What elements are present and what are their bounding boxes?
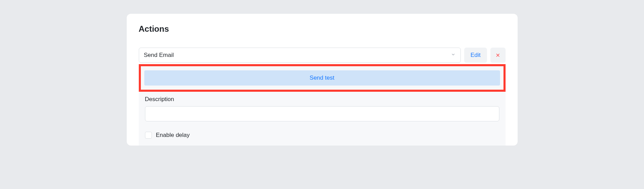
chevron-down-icon bbox=[451, 52, 456, 59]
enable-delay-row: Enable delay bbox=[145, 132, 499, 139]
remove-button[interactable]: ✕ bbox=[490, 48, 506, 63]
enable-delay-checkbox[interactable] bbox=[145, 132, 152, 139]
action-type-selected-label: Send Email bbox=[144, 52, 174, 59]
enable-delay-label: Enable delay bbox=[156, 132, 190, 139]
send-test-highlight: Send test bbox=[139, 64, 506, 92]
edit-button[interactable]: Edit bbox=[464, 48, 487, 63]
action-details-panel: Description Enable delay bbox=[139, 92, 506, 146]
send-test-button[interactable]: Send test bbox=[144, 70, 500, 86]
actions-card: Actions Send Email Edit ✕ Send test bbox=[127, 14, 518, 146]
action-header-row: Send Email Edit ✕ bbox=[139, 48, 506, 63]
section-title: Actions bbox=[139, 24, 506, 34]
action-type-select[interactable]: Send Email bbox=[139, 48, 461, 63]
description-input[interactable] bbox=[145, 106, 499, 121]
description-label: Description bbox=[145, 96, 499, 103]
action-type-select-wrap: Send Email bbox=[139, 48, 461, 63]
close-icon: ✕ bbox=[496, 52, 500, 59]
